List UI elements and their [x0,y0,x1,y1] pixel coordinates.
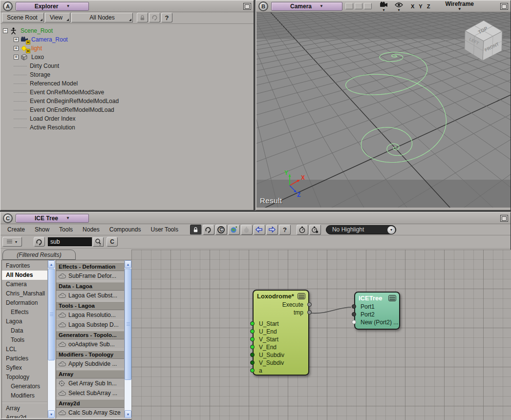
axis-y-button[interactable]: Y [419,3,422,9]
scroll-up-icon[interactable]: ▲ [48,260,55,268]
axis-z-button[interactable]: Z [427,3,430,9]
tree-item[interactable]: Event OnRefModelModSave [0,88,254,97]
category-item[interactable]: LCL [2,345,47,354]
scroll-down-icon[interactable]: ▼ [48,410,55,418]
port-dot[interactable] [250,353,255,357]
category-item[interactable]: Tools [2,336,47,345]
refresh-icon[interactable] [149,13,160,22]
ice-view-dropdown[interactable]: ICE Tree ▼ [16,214,89,223]
result-item[interactable]: Apply Subdivide ... [56,359,124,369]
port-dot[interactable] [250,345,255,349]
camera-view-dropdown[interactable]: Camera ▼ [271,2,342,11]
category-item[interactable]: All Nodes [2,271,47,280]
result-item[interactable]: ooAdaptive Sub... [56,339,124,349]
view-button[interactable]: View [45,13,70,22]
node-graph-workspace[interactable]: Loxodrome* Executetmp U_StartU_EndV_Star… [131,250,511,420]
highlight-dropdown[interactable]: No Highlight ▼ [326,225,396,234]
camera-viewport[interactable]: TOP LEFT FRONT Y X Z Result [256,12,511,208]
port-dot[interactable] [250,368,255,373]
category-item[interactable]: Chris_Marshall [2,289,47,298]
timer-settings-icon[interactable] [309,225,321,235]
category-item[interactable]: Effects [2,308,47,317]
tree-item[interactable]: Event OnEndRefModelModLoad [0,105,254,114]
menu-compounds[interactable]: Compounds [105,226,146,233]
menu-show[interactable]: Show [30,226,54,233]
results-scrollbar[interactable]: ▲ ▼ [124,260,131,418]
expand-toggle[interactable]: + [14,55,19,60]
result-item[interactable]: Select SubArray ... [56,388,124,398]
category-item[interactable]: Array [2,404,47,413]
category-item[interactable]: Generators [2,382,47,391]
port-dot[interactable] [250,360,255,365]
result-item[interactable]: Lagoa Get Subst... [56,291,124,300]
refresh-icon[interactable] [34,237,45,247]
port-dot[interactable] [307,302,312,307]
memo-cam-button[interactable] [364,3,372,9]
node-menu-icon[interactable] [388,295,396,301]
back-arrow-icon[interactable] [254,225,265,235]
memo-cam-button[interactable] [355,3,362,9]
port-dot[interactable] [250,321,255,326]
category-scrollbar[interactable]: ▲ ▼ [47,260,55,418]
loxodrome-node[interactable]: Loxodrome* Executetmp U_StartU_EndV_Star… [253,290,309,376]
panel-c-button[interactable]: C [3,213,13,223]
scene-root-button[interactable]: Scene Root [2,13,44,22]
category-item[interactable]: Array2d [2,413,47,418]
visibility-options-button[interactable]: ▼ [395,1,403,12]
tree-item[interactable]: +Hlight [0,44,254,53]
clear-search-button[interactable]: C [106,237,118,247]
port-dot[interactable] [352,304,356,309]
result-item[interactable]: Get Array Sub In... [56,378,124,388]
tree-item[interactable]: −Scene_Root [0,26,254,35]
category-item[interactable]: Lagoa [2,317,47,326]
tree-item[interactable]: Active Resolution [0,123,254,132]
result-item[interactable]: Lagoa Resolutio... [56,310,124,320]
help-button[interactable]: ? [279,225,291,235]
panel-b-button[interactable]: B [258,1,268,11]
menu-nodes[interactable]: Nodes [78,226,105,233]
scroll-up-icon[interactable]: ▲ [125,260,131,268]
menu-create[interactable]: Create [2,226,30,233]
icetree-node[interactable]: ICETree Port1Port2New (Port2) ... [354,292,400,330]
category-item[interactable]: Syflex [2,363,47,373]
timer-icon[interactable] [297,225,308,235]
tree-item[interactable]: Load Order Index [0,114,254,123]
category-item[interactable]: Particles [2,354,47,363]
refresh-icon[interactable] [203,225,214,235]
explorer-view-dropdown[interactable]: Explorer ▼ [16,2,89,11]
memo-cam-button[interactable] [345,3,353,9]
category-item[interactable]: Deformation [2,298,47,308]
category-item[interactable]: Data [2,326,47,336]
axis-x-button[interactable]: X [411,3,414,9]
restore-window-icon[interactable] [500,3,508,10]
lock-icon[interactable] [190,225,202,235]
tree-item[interactable]: +HCamera_Root [0,35,254,44]
display-mode-dropdown[interactable]: Wireframe ▼ [445,1,474,12]
lock-icon[interactable] [137,13,148,22]
globe-icon[interactable] [228,225,240,235]
tree-item[interactable]: +Loxo [0,53,254,62]
node-search-input[interactable] [48,237,92,246]
port-dot[interactable] [352,320,356,324]
filtered-results-tab[interactable]: (Filtered Results) [2,250,76,260]
port-dot[interactable] [250,337,255,341]
restore-window-icon[interactable] [500,215,508,222]
port-dot[interactable] [307,310,312,315]
tree-item[interactable]: Dirty Count [0,62,254,70]
copyright-c-icon[interactable]: C [215,225,227,235]
navigation-cube[interactable]: TOP LEFT FRONT [454,14,509,64]
category-item[interactable]: Topology [2,373,47,382]
expand-toggle[interactable]: + [14,37,19,42]
expand-toggle[interactable]: + [14,46,19,51]
result-item[interactable]: SubFrame Defor... [56,271,124,281]
tree-item[interactable]: Referenced Model [0,79,254,88]
camera-options-button[interactable]: ▼ [380,1,388,12]
result-item[interactable]: Lagoa Substep D... [56,320,124,330]
node-menu-icon[interactable] [298,293,305,299]
help-button[interactable]: ? [161,13,172,22]
expand-toggle[interactable]: − [3,28,8,33]
scope-filter-button[interactable]: All Nodes [71,13,133,22]
category-item[interactable]: Camera [2,280,47,289]
restore-window-icon[interactable] [243,3,251,10]
port-dot[interactable] [250,329,255,334]
